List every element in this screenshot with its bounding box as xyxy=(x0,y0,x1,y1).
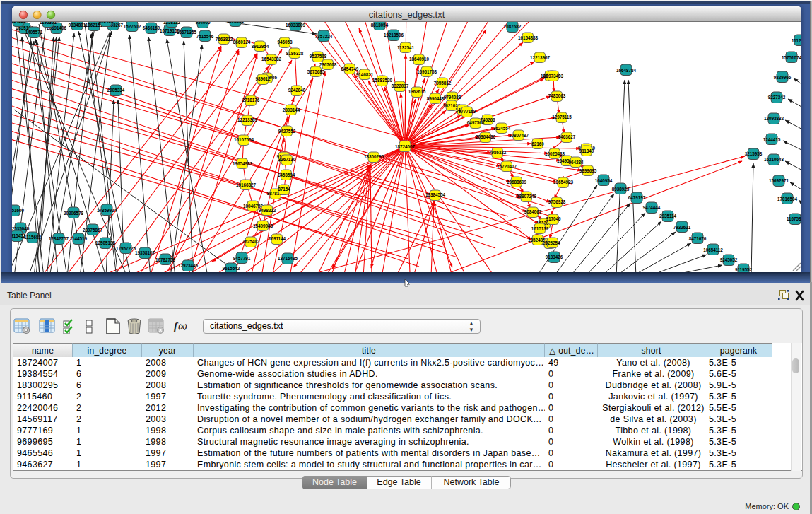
svg-text:1527602: 1527602 xyxy=(124,24,141,29)
svg-text:2803144: 2803144 xyxy=(283,107,300,112)
svg-text:9242848: 9242848 xyxy=(288,88,306,93)
svg-text:20206578: 20206578 xyxy=(64,211,84,216)
svg-text:2935114: 2935114 xyxy=(659,214,677,218)
svg-text:7955812: 7955812 xyxy=(434,81,452,86)
svg-text:12975115: 12975115 xyxy=(552,115,572,119)
svg-text:23975867: 23975867 xyxy=(83,228,103,233)
svg-text:15883520: 15883520 xyxy=(372,78,393,83)
svg-text:7485063: 7485063 xyxy=(548,93,566,98)
svg-text:6479197: 6479197 xyxy=(628,195,646,200)
svg-text:6497568: 6497568 xyxy=(467,120,485,125)
svg-text:8938923: 8938923 xyxy=(612,187,630,192)
svg-text:1115682: 1115682 xyxy=(24,235,41,240)
svg-text:17359924: 17359924 xyxy=(97,208,117,213)
svg-text:1132541: 1132541 xyxy=(397,45,415,50)
svg-text:15751074: 15751074 xyxy=(782,55,801,60)
svg-text:19654923: 19654923 xyxy=(553,180,574,185)
svg-text:9615542: 9615542 xyxy=(223,266,240,271)
svg-text:8813054: 8813054 xyxy=(371,23,389,28)
svg-text:8660124: 8660124 xyxy=(233,40,251,45)
svg-text:3215953: 3215953 xyxy=(745,151,763,156)
svg-text:18640910: 18640910 xyxy=(409,57,430,62)
svg-text:16154838: 16154838 xyxy=(518,35,539,40)
svg-text:10688609: 10688609 xyxy=(507,180,527,185)
svg-text:6794028: 6794028 xyxy=(444,95,461,100)
svg-text:1405571: 1405571 xyxy=(25,30,43,35)
svg-text:2005334: 2005334 xyxy=(107,88,125,93)
svg-text:8186328: 8186328 xyxy=(286,51,304,56)
svg-text:964284: 964284 xyxy=(568,160,584,165)
svg-text:954005: 954005 xyxy=(195,22,211,25)
svg-text:9084067: 9084067 xyxy=(524,209,542,214)
svg-text:8912954: 8912954 xyxy=(252,44,269,49)
svg-text:8322037: 8322037 xyxy=(392,83,409,88)
svg-text:7515546: 7515546 xyxy=(196,34,214,39)
svg-text:9245052: 9245052 xyxy=(720,257,738,262)
svg-text:16543382: 16543382 xyxy=(261,57,282,62)
svg-text:19166827: 19166827 xyxy=(236,182,257,187)
svg-text:(x): (x) xyxy=(178,322,187,331)
svg-text:954121: 954121 xyxy=(12,22,26,23)
svg-text:9227342: 9227342 xyxy=(768,95,786,100)
svg-text:87154: 87154 xyxy=(278,187,290,192)
svg-text:17957225: 17957225 xyxy=(116,246,136,251)
svg-text:3624554: 3624554 xyxy=(493,126,511,131)
svg-text:9119552: 9119552 xyxy=(735,267,753,272)
svg-text:9133426: 9133426 xyxy=(546,255,563,259)
svg-text:7357224: 7357224 xyxy=(315,34,333,39)
svg-text:9777169: 9777169 xyxy=(459,109,476,114)
svg-text:9498222: 9498222 xyxy=(259,208,276,213)
svg-text:911340: 911340 xyxy=(579,148,594,153)
svg-text:1453594: 1453594 xyxy=(278,173,295,177)
svg-text:917046: 917046 xyxy=(546,216,561,221)
svg-text:1244415: 1244415 xyxy=(763,137,781,142)
svg-text:17016504: 17016504 xyxy=(777,197,798,201)
svg-text:16782759: 16782759 xyxy=(155,257,176,262)
svg-text:1144519: 1144519 xyxy=(70,236,88,241)
svg-text:6466160: 6466160 xyxy=(143,25,160,30)
svg-text:9146821: 9146821 xyxy=(356,72,374,77)
svg-text:2718176: 2718176 xyxy=(242,98,260,103)
svg-text:9427552: 9427552 xyxy=(278,129,296,134)
svg-text:13716485: 13716485 xyxy=(278,256,298,261)
svg-text:12505135: 12505135 xyxy=(95,240,116,245)
svg-text:19358107: 19358107 xyxy=(135,250,155,255)
svg-text:19218506: 19218506 xyxy=(384,33,404,37)
svg-text:15409948: 15409948 xyxy=(253,223,273,228)
svg-text:7932621: 7932621 xyxy=(673,225,691,230)
svg-text:1112954: 1112954 xyxy=(792,38,801,43)
svg-text:16961758: 16961758 xyxy=(417,69,437,74)
svg-text:20364436: 20364436 xyxy=(476,134,496,139)
svg-text:946058: 946058 xyxy=(277,40,293,45)
svg-text:12093832: 12093832 xyxy=(764,116,784,121)
svg-text:1362615: 1362615 xyxy=(408,89,426,94)
svg-text:925254: 925254 xyxy=(545,240,560,245)
svg-text:803451: 803451 xyxy=(98,22,114,23)
svg-text:12213967: 12213967 xyxy=(530,55,551,60)
svg-text:7663822: 7663822 xyxy=(216,37,233,42)
svg-text:16671355: 16671355 xyxy=(177,30,197,35)
svg-text:989612: 989612 xyxy=(255,76,271,81)
svg-text:16210643: 16210643 xyxy=(764,157,784,162)
svg-text:1691144: 1691144 xyxy=(269,236,286,241)
svg-text:9457791: 9457791 xyxy=(233,256,251,261)
svg-text:12342757: 12342757 xyxy=(49,236,69,241)
svg-text:10025433: 10025433 xyxy=(545,151,565,156)
svg-text:18807249: 18807249 xyxy=(517,194,537,199)
svg-text:1258112: 1258112 xyxy=(163,22,181,25)
svg-text:7986322: 7986322 xyxy=(489,150,507,155)
svg-text:1108213: 1108213 xyxy=(227,22,245,23)
svg-text:62160: 62160 xyxy=(531,141,544,146)
svg-text:15720407: 15720407 xyxy=(497,164,517,169)
svg-text:19384554: 19384554 xyxy=(425,192,446,197)
svg-text:16107554: 16107554 xyxy=(234,137,254,142)
svg-text:9899695: 9899695 xyxy=(579,168,597,173)
svg-text:26351600: 26351600 xyxy=(12,208,24,213)
svg-text:2367608: 2367608 xyxy=(319,62,337,67)
svg-text:10807487: 10807487 xyxy=(509,133,529,138)
svg-text:1167534: 1167534 xyxy=(787,216,801,221)
svg-text:10973493: 10973493 xyxy=(543,74,564,78)
svg-text:15692971: 15692971 xyxy=(769,178,789,183)
svg-text:9329966: 9329966 xyxy=(774,75,792,80)
svg-text:8454749: 8454749 xyxy=(341,66,359,71)
